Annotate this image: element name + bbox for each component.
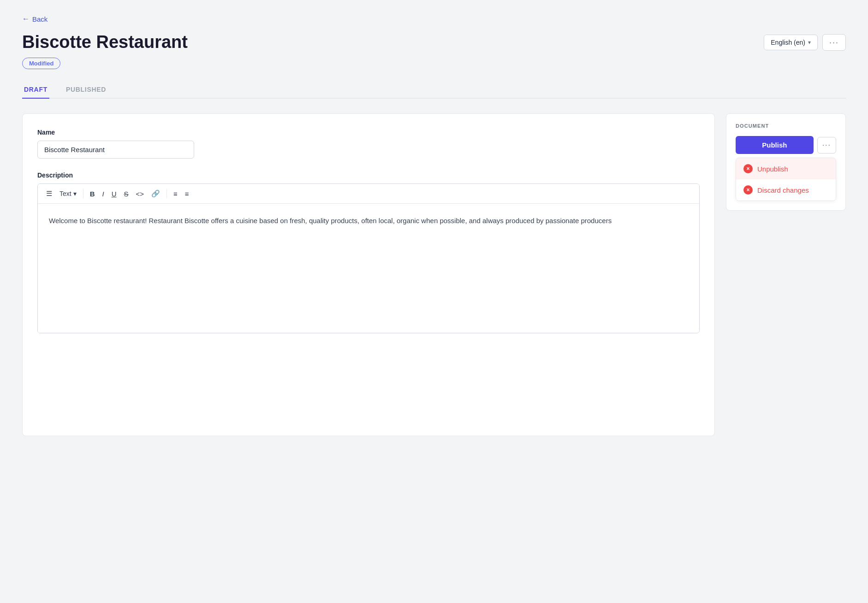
status-badge: Modified [22, 58, 60, 69]
strikethrough-icon: S [124, 190, 129, 198]
language-label: English (en) [771, 39, 805, 46]
publish-more-button[interactable]: ··· [817, 137, 836, 154]
editor-wrapper: ☰ Text ▾ B I U [37, 183, 700, 333]
header-row: Biscotte Restaurant English (en) ▾ ··· [22, 32, 846, 52]
sidebar-section-title: DOCUMENT [736, 123, 836, 129]
bullet-list-button[interactable]: ≡ [171, 188, 180, 200]
unpublish-item[interactable]: × Unpublish [736, 158, 836, 179]
tab-published[interactable]: PUBLISHED [64, 81, 108, 99]
header-more-button[interactable]: ··· [822, 34, 846, 51]
code-button[interactable]: <> [133, 188, 147, 200]
bold-icon: B [90, 190, 95, 198]
page-title: Biscotte Restaurant [22, 32, 188, 52]
publish-more-icon: ··· [822, 141, 831, 149]
tabs-row: DRAFT PUBLISHED [22, 80, 846, 99]
description-label: Description [37, 171, 700, 179]
form-card: Name Description ☰ Text ▾ B [22, 113, 715, 436]
align-button[interactable]: ☰ [43, 188, 55, 200]
header-more-icon: ··· [829, 38, 839, 47]
code-icon: <> [136, 190, 144, 198]
text-type-button[interactable]: Text ▾ [57, 188, 79, 199]
toolbar-separator-2 [166, 189, 167, 198]
discard-changes-item[interactable]: × Discard changes [736, 179, 836, 201]
underline-button[interactable]: U [109, 188, 119, 200]
name-label: Name [37, 129, 700, 136]
link-icon: 🔗 [151, 189, 160, 198]
link-button[interactable]: 🔗 [149, 188, 163, 200]
ordered-list-icon: ≡ [185, 190, 189, 198]
text-type-label: Text [59, 190, 71, 197]
underline-icon: U [112, 190, 117, 198]
text-type-chevron-icon: ▾ [73, 190, 77, 197]
discard-changes-label: Discard changes [757, 186, 809, 194]
ordered-list-button[interactable]: ≡ [182, 188, 192, 200]
italic-button[interactable]: I [100, 188, 107, 200]
name-input[interactable] [37, 141, 194, 159]
editor-content[interactable]: Welcome to Biscotte restaurant! Restaura… [38, 204, 699, 333]
header-controls: English (en) ▾ ··· [764, 34, 846, 51]
strikethrough-button[interactable]: S [121, 188, 131, 200]
publish-button[interactable]: Publish [736, 136, 814, 154]
bullet-list-icon: ≡ [173, 190, 178, 198]
align-icon: ☰ [46, 189, 52, 198]
back-label: Back [32, 15, 48, 23]
language-selector[interactable]: English (en) ▾ [764, 35, 818, 50]
unpublish-icon: × [743, 164, 753, 173]
editor-toolbar: ☰ Text ▾ B I U [38, 184, 699, 204]
sidebar-card: DOCUMENT Publish ··· × Unpublish × [726, 113, 846, 211]
bold-button[interactable]: B [87, 188, 98, 200]
italic-icon: I [102, 190, 104, 198]
back-link[interactable]: ← Back [22, 15, 48, 23]
main-content: Name Description ☰ Text ▾ B [22, 113, 846, 436]
unpublish-label: Unpublish [757, 165, 788, 173]
back-arrow-icon: ← [22, 15, 30, 23]
toolbar-separator-1 [83, 189, 83, 198]
publish-row: Publish ··· [736, 136, 836, 154]
language-chevron-icon: ▾ [808, 39, 811, 46]
tab-draft[interactable]: DRAFT [22, 81, 49, 99]
discard-icon: × [743, 185, 753, 195]
dropdown-menu: × Unpublish × Discard changes [736, 158, 836, 201]
